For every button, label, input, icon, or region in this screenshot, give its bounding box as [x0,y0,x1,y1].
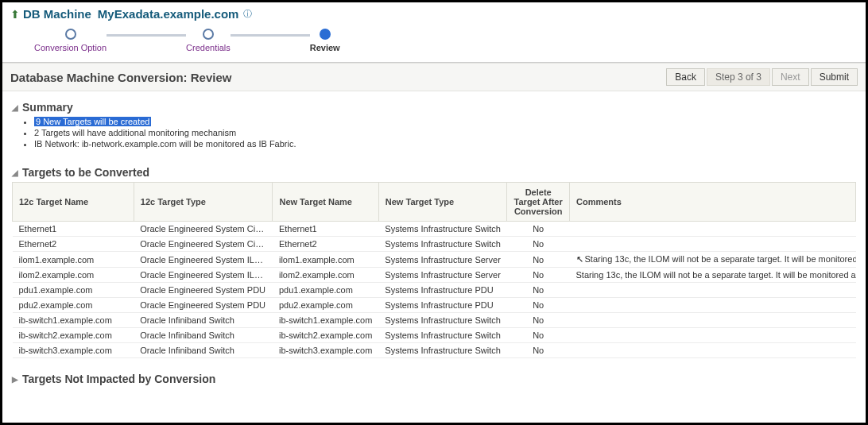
cell-new-name: ilom2.example.com [273,268,378,283]
back-button[interactable]: Back [666,68,705,86]
table-header-row: 12c Target Name 12c Target Type New Targ… [13,183,856,222]
cell-new-name: pdu1.example.com [273,283,378,298]
cell-delete-after: No [507,252,570,268]
targets-heading-row: ◢ Targets to be Converted [12,166,856,179]
wizard-step-credentials[interactable]: Credentials [186,29,231,52]
cell-new-type: Systems Infrastructure Switch [378,328,507,343]
col-delete-after[interactable]: Delete Target After Conversion [507,183,570,222]
collapse-toggle-icon[interactable]: ◢ [12,103,18,112]
cell-12c-type: Oracle Engineered System ILOM S... [134,252,273,268]
cell-comments [570,343,856,358]
page-title: Database Machine Conversion: Review [10,71,231,84]
collapse-toggle-icon[interactable]: ◢ [12,168,18,177]
cell-delete-after: No [507,237,570,252]
table-row[interactable]: ilom1.example.comOracle Engineered Syste… [13,252,856,268]
cell-12c-type: Oracle Engineered System PDU [134,283,273,298]
col-new-name[interactable]: New Target Name [273,183,378,222]
table-row[interactable]: ib-switch3.example.comOracle Infiniband … [13,343,856,358]
table-row[interactable]: ilom2.example.comOracle Engineered Syste… [13,268,856,283]
cell-comments [570,313,856,328]
cell-new-type: Systems Infrastructure PDU [378,298,507,313]
cell-new-name: pdu2.example.com [273,298,378,313]
wizard-node-icon [203,29,214,40]
cell-12c-name: ib-switch1.example.com [13,313,134,328]
cell-delete-after: No [507,298,570,313]
wizard-connector [231,34,310,37]
cell-12c-type: Oracle Engineered System Cisco ... [134,222,273,237]
next-button: Next [772,68,809,86]
cell-12c-name: Ethernet1 [13,222,134,237]
targets-table: 12c Target Name 12c Target Type New Targ… [12,182,856,358]
cell-12c-name: pdu2.example.com [13,298,134,313]
cell-comments [570,328,856,343]
expand-toggle-icon[interactable]: ▶ [12,375,18,384]
wizard-step-label: Credentials [186,43,231,52]
cell-comments [570,237,856,252]
summary-item-text: 9 New Targets will be created [34,117,151,126]
up-arrow-icon[interactable]: ⬆ [10,8,20,21]
cell-delete-after: No [507,268,570,283]
col-comments[interactable]: Comments [570,183,856,222]
db-machine-label[interactable]: DB Machine [23,7,91,21]
cell-delete-after: No [507,328,570,343]
wizard-step-label: Review [310,43,340,52]
cell-new-name: Ethernet1 [273,222,378,237]
cell-12c-name: ib-switch3.example.com [13,343,134,358]
breadcrumb: ⬆ DB Machine MyExadata.example.com ⓘ [10,7,858,21]
table-row[interactable]: Ethernet1Oracle Engineered System Cisco … [13,222,856,237]
cell-12c-type: Oracle Infiniband Switch [134,313,273,328]
cell-comments: ↖Staring 13c, the ILOM will not be a sep… [570,252,856,268]
cell-new-type: Systems Infrastructure Server [378,268,507,283]
cell-comments [570,298,856,313]
cell-12c-name: ilom2.example.com [13,268,134,283]
cell-new-name: ilom1.example.com [273,252,378,268]
cell-new-type: Systems Infrastructure Switch [378,343,507,358]
wizard-connector [107,34,186,37]
col-12c-type[interactable]: 12c Target Type [134,183,273,222]
table-row[interactable]: pdu2.example.comOracle Engineered System… [13,298,856,313]
machine-name[interactable]: MyExadata.example.com [98,7,239,21]
col-new-type[interactable]: New Target Type [378,183,507,222]
table-row[interactable]: ib-switch2.example.comOracle Infiniband … [13,328,856,343]
cell-comments [570,222,856,237]
summary-list: 9 New Targets will be created2 Targets w… [34,117,856,149]
cell-delete-after: No [507,222,570,237]
section-not-impacted: ▶ Targets Not Impacted by Conversion [2,363,866,393]
wizard-node-icon [65,29,76,40]
cell-12c-name: ib-switch2.example.com [13,328,134,343]
cell-new-type: Systems Infrastructure Switch [378,222,507,237]
not-impacted-heading: Targets Not Impacted by Conversion [22,373,215,385]
col-12c-name[interactable]: 12c Target Name [13,183,134,222]
section-summary: ◢ Summary 9 New Targets will be created2… [2,91,866,156]
wizard-step-review[interactable]: Review [310,29,340,52]
cell-new-type: Systems Infrastructure Switch [378,237,507,252]
info-icon[interactable]: ⓘ [243,8,252,20]
cell-new-name: ib-switch1.example.com [273,313,378,328]
summary-item: 9 New Targets will be created [34,117,856,126]
cell-delete-after: No [507,343,570,358]
cell-12c-type: Oracle Engineered System ILOM S... [134,268,273,283]
page-header: ⬆ DB Machine MyExadata.example.com ⓘ Con… [2,2,866,63]
summary-item: 2 Targets will have additional monitorin… [34,128,856,137]
cell-delete-after: No [507,313,570,328]
wizard-step-conversion-option[interactable]: Conversion Option [34,29,107,52]
cell-12c-type: Oracle Engineered System Cisco ... [134,237,273,252]
cell-comments: Staring 13c, the ILOM will not be a sepa… [570,268,856,283]
summary-heading-row: ◢ Summary [12,101,856,114]
cell-new-name: ib-switch2.example.com [273,328,378,343]
submit-button[interactable]: Submit [811,68,858,86]
cell-12c-type: Oracle Infiniband Switch [134,343,273,358]
wizard-train: Conversion Option Credentials Review [10,21,858,59]
page-bar: Database Machine Conversion: Review Back… [2,63,866,91]
cell-12c-name: Ethernet2 [13,237,134,252]
cell-new-name: Ethernet2 [273,237,378,252]
cell-comments [570,283,856,298]
not-impacted-heading-row: ▶ Targets Not Impacted by Conversion [12,373,856,385]
cell-new-type: Systems Infrastructure Server [378,252,507,268]
summary-item: IB Network: ib-network.example.com will … [34,139,856,149]
table-row[interactable]: ib-switch1.example.comOracle Infiniband … [13,313,856,328]
table-row[interactable]: pdu1.example.comOracle Engineered System… [13,283,856,298]
table-row[interactable]: Ethernet2Oracle Engineered System Cisco … [13,237,856,252]
section-targets: ◢ Targets to be Converted 12c Target Nam… [2,156,866,363]
mouse-cursor-icon: ↖ [576,254,583,264]
